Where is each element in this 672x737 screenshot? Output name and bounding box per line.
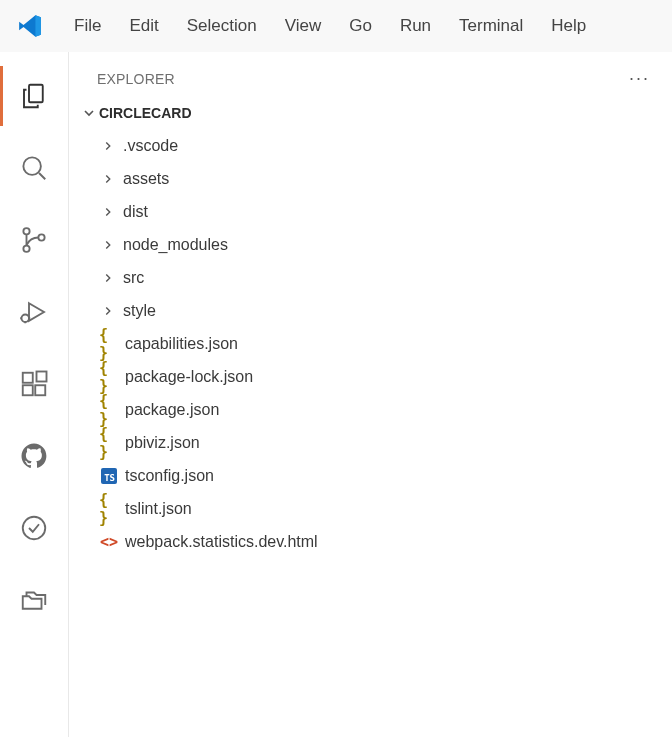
menu-view[interactable]: View bbox=[271, 10, 336, 42]
svg-point-6 bbox=[22, 315, 30, 323]
json-icon: { } bbox=[99, 425, 119, 461]
more-actions-icon[interactable]: ··· bbox=[629, 68, 656, 89]
file-label: tsconfig.json bbox=[125, 467, 214, 485]
svg-rect-13 bbox=[37, 372, 47, 382]
svg-point-5 bbox=[38, 234, 44, 240]
chevron-right-icon bbox=[99, 271, 117, 285]
run-debug-icon[interactable] bbox=[0, 278, 68, 346]
menu-help[interactable]: Help bbox=[537, 10, 600, 42]
file-tslint-json[interactable]: { } tslint.json bbox=[87, 492, 672, 525]
file-pbiviz-json[interactable]: { } pbiviz.json bbox=[87, 426, 672, 459]
main-area: EXPLORER ··· CIRCLECARD .vscode assets d… bbox=[0, 52, 672, 737]
sidebar-title-label: EXPLORER bbox=[97, 71, 175, 87]
file-label: package.json bbox=[125, 401, 219, 419]
menu-file[interactable]: File bbox=[60, 10, 115, 42]
chevron-right-icon bbox=[99, 304, 117, 318]
json-icon: { } bbox=[99, 491, 119, 527]
json-icon: { } bbox=[99, 392, 119, 428]
svg-rect-0 bbox=[29, 85, 43, 103]
svg-rect-10 bbox=[23, 373, 33, 383]
menu-go[interactable]: Go bbox=[335, 10, 386, 42]
explorer-icon[interactable] bbox=[0, 62, 68, 130]
file-tree: .vscode assets dist node_modules src sty… bbox=[69, 129, 672, 558]
file-capabilities-json[interactable]: { } capabilities.json bbox=[87, 327, 672, 360]
file-label: pbiviz.json bbox=[125, 434, 200, 452]
file-label: capabilities.json bbox=[125, 335, 238, 353]
menu-run[interactable]: Run bbox=[386, 10, 445, 42]
svg-point-4 bbox=[23, 246, 29, 252]
file-webpack-statistics-html[interactable]: <> webpack.statistics.dev.html bbox=[87, 525, 672, 558]
folder-label: node_modules bbox=[123, 236, 228, 254]
html-icon: <> bbox=[99, 533, 119, 551]
source-control-icon[interactable] bbox=[0, 206, 68, 274]
project-name-label: CIRCLECARD bbox=[99, 105, 192, 121]
file-package-json[interactable]: { } package.json bbox=[87, 393, 672, 426]
json-icon: { } bbox=[99, 326, 119, 362]
project-section-header[interactable]: CIRCLECARD bbox=[69, 97, 672, 129]
menu-edit[interactable]: Edit bbox=[115, 10, 172, 42]
svg-point-3 bbox=[23, 228, 29, 234]
menu-terminal[interactable]: Terminal bbox=[445, 10, 537, 42]
folder-dist[interactable]: dist bbox=[87, 195, 672, 228]
chevron-right-icon bbox=[99, 238, 117, 252]
folder-src[interactable]: src bbox=[87, 261, 672, 294]
extensions-icon[interactable] bbox=[0, 350, 68, 418]
chevron-right-icon bbox=[99, 139, 117, 153]
json-icon: { } bbox=[99, 359, 119, 395]
folder-label: dist bbox=[123, 203, 148, 221]
folder-node-modules[interactable]: node_modules bbox=[87, 228, 672, 261]
tasks-icon[interactable] bbox=[0, 494, 68, 562]
file-label: tslint.json bbox=[125, 500, 192, 518]
search-icon[interactable] bbox=[0, 134, 68, 202]
svg-line-2 bbox=[39, 173, 45, 179]
chevron-right-icon bbox=[99, 172, 117, 186]
chevron-right-icon bbox=[99, 205, 117, 219]
file-tsconfig-json[interactable]: TS tsconfig.json bbox=[87, 459, 672, 492]
folder-label: src bbox=[123, 269, 144, 287]
svg-rect-11 bbox=[23, 385, 33, 395]
folders-icon[interactable] bbox=[0, 566, 68, 634]
folder-label: .vscode bbox=[123, 137, 178, 155]
svg-point-1 bbox=[23, 157, 41, 175]
file-label: webpack.statistics.dev.html bbox=[125, 533, 318, 551]
folder-vscode[interactable]: .vscode bbox=[87, 129, 672, 162]
folder-label: assets bbox=[123, 170, 169, 188]
folder-label: style bbox=[123, 302, 156, 320]
vscode-app-icon bbox=[14, 10, 46, 42]
sidebar-title-row: EXPLORER ··· bbox=[69, 60, 672, 97]
chevron-down-icon bbox=[79, 105, 99, 121]
folder-assets[interactable]: assets bbox=[87, 162, 672, 195]
svg-rect-12 bbox=[35, 385, 45, 395]
folder-style[interactable]: style bbox=[87, 294, 672, 327]
explorer-sidebar: EXPLORER ··· CIRCLECARD .vscode assets d… bbox=[68, 52, 672, 737]
svg-point-14 bbox=[23, 517, 46, 540]
file-package-lock-json[interactable]: { } package-lock.json bbox=[87, 360, 672, 393]
menu-bar: File Edit Selection View Go Run Terminal… bbox=[0, 0, 672, 52]
activity-bar bbox=[0, 52, 68, 737]
github-icon[interactable] bbox=[0, 422, 68, 490]
ts-icon: TS bbox=[99, 468, 119, 484]
menu-selection[interactable]: Selection bbox=[173, 10, 271, 42]
file-label: package-lock.json bbox=[125, 368, 253, 386]
